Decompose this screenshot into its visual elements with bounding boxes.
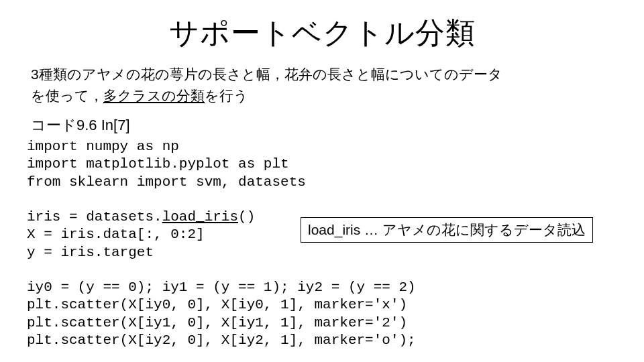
code-line-5-post: () [238, 209, 255, 225]
code-block: import numpy as np import matplotlib.pyp… [27, 138, 617, 349]
code-line-10: plt.scatter(X[iy0, 0], X[iy0, 1], marker… [27, 297, 407, 312]
code-line-6: X = iris.data[:, 0:2] [27, 227, 205, 242]
callout-box: load_iris … アヤメの花に関するデータ読込 [301, 217, 593, 243]
code-label: コード9.6 In[7] [31, 115, 617, 135]
description: 3種類のアヤメの花の萼片の長さと幅，花弁の長さと幅についてのデータ を使って，多… [31, 64, 617, 106]
slide: サポートベクトル分類 3種類のアヤメの花の萼片の長さと幅，花弁の長さと幅について… [0, 0, 644, 362]
code-line-2: import matplotlib.pyplot as plt [27, 156, 289, 172]
code-line-3: from sklearn import svm, datasets [27, 174, 306, 190]
code-line-5-pre: iris = datasets. [27, 209, 162, 225]
code-line-9: iy0 = (y == 0); iy1 = (y == 1); iy2 = (y… [27, 280, 416, 295]
code-line-5-func: load_iris [162, 209, 238, 225]
description-line2-post: を行う [205, 88, 248, 103]
description-line1: 3種類のアヤメの花の萼片の長さと幅，花弁の長さと幅についてのデータ [31, 66, 502, 82]
code-line-1: import numpy as np [27, 139, 179, 154]
code-line-11: plt.scatter(X[iy1, 0], X[iy1, 1], marker… [27, 315, 407, 330]
page-title: サポートベクトル分類 [27, 13, 617, 53]
code-line-7: y = iris.target [27, 245, 154, 260]
code-line-12: plt.scatter(X[iy2, 0], X[iy2, 1], marker… [27, 333, 416, 348]
description-line2-underlined: 多クラスの分類 [103, 88, 205, 103]
description-line2-pre: を使って， [31, 88, 103, 103]
